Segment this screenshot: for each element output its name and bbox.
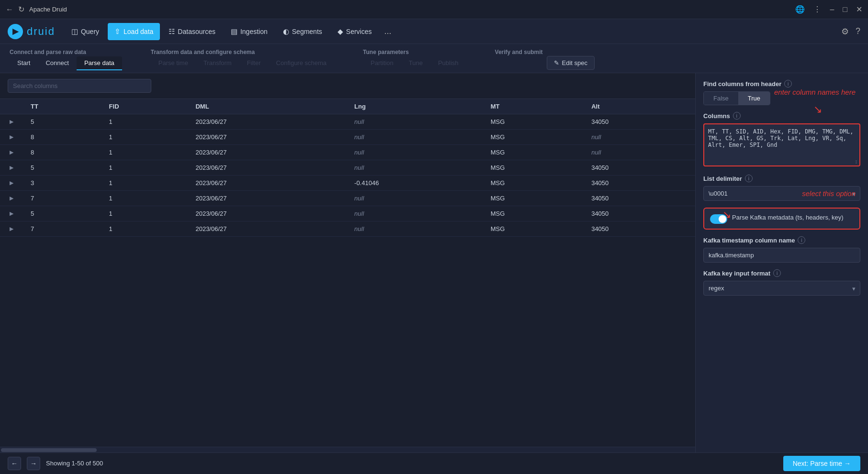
find-columns-info-icon[interactable]: i [784, 80, 792, 88]
row-expand[interactable]: ▶ [0, 160, 23, 176]
row-expand[interactable]: ▶ [0, 114, 23, 130]
nav-right-icons: ⚙ ? [841, 26, 860, 37]
row-expand[interactable]: ▶ [0, 191, 23, 206]
edit-spec-button[interactable]: ✎ Edit spec [547, 56, 595, 70]
maximize-icon[interactable]: □ [843, 5, 847, 14]
cell-tt: 5 [23, 114, 101, 130]
table-row: ▶ 7 1 2023/06/27 null MSG 34050 [0, 191, 695, 206]
find-columns-toggle: False True [703, 91, 770, 105]
cell-tt: 3 [23, 176, 101, 191]
row-expand[interactable]: ▶ [0, 145, 23, 160]
tab-tune[interactable]: Tune [401, 56, 430, 70]
wizard-tabs-tune: Partition Tune Publish [363, 56, 466, 70]
row-expand[interactable]: ▶ [0, 206, 23, 221]
nav-query[interactable]: ◫ Query [65, 23, 106, 40]
kafka-toggle-section: Parse Kafka metadata (ts, headers, key) [703, 208, 860, 230]
kafka-key-info-icon[interactable]: i [773, 269, 781, 277]
cell-fid: 1 [101, 130, 188, 145]
cell-tt: 5 [23, 160, 101, 176]
wizard-group-connect-parse: Connect and parse raw data Start Connect… [10, 49, 122, 71]
kafka-key-select-wrapper: regex [703, 281, 860, 296]
columns-section: Columns i MT, TT, SID, AID, Hex, FID, DM… [703, 112, 860, 168]
table-body: ▶ 5 1 2023/06/27 null MSG 34050 ▶ 8 1 20… [0, 114, 695, 237]
wizard-tabs-connect: Start Connect Parse data [10, 56, 122, 70]
next-step-button[interactable]: Next: Parse time → [783, 456, 860, 471]
cell-tt: 5 [23, 206, 101, 221]
toggle-true[interactable]: True [738, 92, 770, 105]
wizard-bar: Connect and parse raw data Start Connect… [0, 44, 868, 73]
tab-start[interactable]: Start [10, 56, 38, 70]
kafka-timestamp-input[interactable] [703, 248, 860, 263]
list-delimiter-info-icon[interactable]: i [745, 175, 753, 182]
wizard-group-title-tune: Tune parameters [363, 49, 466, 55]
tab-filter[interactable]: Filter [239, 56, 269, 70]
services-icon: ◆ [338, 27, 343, 36]
resize-handle[interactable]: ↕ [855, 158, 857, 165]
menu-icon[interactable]: ⋮ [813, 5, 821, 14]
cell-tt: 7 [23, 191, 101, 206]
table-row: ▶ 3 1 2023/06/27 -0.41046 MSG 34050 [0, 176, 695, 191]
wizard-group-transform: Transform data and configure schema Pars… [151, 49, 334, 71]
ingestion-icon: ▤ [231, 27, 237, 36]
back-icon[interactable]: ← [6, 5, 13, 14]
minimize-icon[interactable]: – [830, 5, 834, 14]
kafka-toggle-slider [710, 214, 727, 224]
list-delimiter-select[interactable]: \u0001 [703, 186, 860, 201]
wizard-group-tune: Tune parameters Partition Tune Publish [363, 49, 466, 71]
bottom-bar: ← → Showing 1-50 of 500 Next: Parse time… [0, 452, 868, 474]
translate-icon[interactable]: 🌐 [795, 5, 805, 14]
tab-parse-data[interactable]: Parse data [77, 56, 122, 70]
row-expand[interactable]: ▶ [0, 130, 23, 145]
prev-page-button[interactable]: ← [8, 457, 21, 470]
nav-services[interactable]: ◆ Services [331, 23, 379, 40]
cell-dml: 2023/06/27 [188, 176, 347, 191]
row-expand[interactable]: ▶ [0, 221, 23, 237]
nav-ingestion[interactable]: ▤ Ingestion [224, 23, 274, 40]
datasources-icon: ☷ [169, 27, 175, 36]
nav-logo-text: druid [27, 25, 55, 38]
cell-dml: 2023/06/27 [188, 221, 347, 237]
nav-datasources[interactable]: ☷ Datasources [162, 23, 222, 40]
cell-fid: 1 [101, 176, 188, 191]
col-header-fid: FID [101, 99, 188, 114]
wizard-header: Connect and parse raw data Start Connect… [10, 44, 858, 73]
tab-connect[interactable]: Connect [38, 56, 76, 70]
cell-dml: 2023/06/27 [188, 206, 347, 221]
columns-info-icon[interactable]: i [733, 112, 741, 120]
tab-publish[interactable]: Publish [430, 56, 466, 70]
col-header-expand [0, 99, 23, 114]
load-data-icon: ⇧ [114, 27, 121, 36]
table-row: ▶ 5 1 2023/06/27 null MSG 34050 [0, 160, 695, 176]
kafka-timestamp-info-icon[interactable]: i [798, 236, 805, 244]
next-page-button[interactable]: → [27, 457, 40, 470]
tab-transform[interactable]: Transform [196, 56, 239, 70]
segments-icon: ◐ [283, 27, 289, 36]
edit-spec-icon: ✎ [554, 59, 559, 66]
kafka-key-section: Kafka key input format i regex [703, 269, 860, 296]
kafka-key-select[interactable]: regex [703, 281, 860, 296]
nav-more[interactable]: ... [381, 24, 395, 38]
close-icon[interactable]: ✕ [856, 5, 862, 14]
data-table: TT FID DML Lng MT Alt ▶ 5 1 2023/06/27 n… [0, 99, 695, 237]
row-expand[interactable]: ▶ [0, 176, 23, 191]
cell-mt: MSG [483, 191, 584, 206]
refresh-icon[interactable]: ↻ [18, 5, 24, 14]
search-bar [0, 73, 695, 99]
nav-segments[interactable]: ◐ Segments [276, 23, 329, 40]
columns-textarea[interactable]: MT, TT, SID, AID, Hex, FID, DMG, TMG, DM… [703, 123, 860, 166]
search-input[interactable] [8, 79, 151, 93]
nav-load-data[interactable]: ⇧ Load data [108, 23, 160, 40]
kafka-toggle-switch[interactable] [710, 214, 727, 224]
cell-lng: null [347, 114, 483, 130]
wizard-group-title-verify: Verify and submit [495, 49, 543, 71]
tab-configure-schema[interactable]: Configure schema [269, 56, 335, 70]
toggle-false[interactable]: False [704, 92, 738, 105]
settings-icon[interactable]: ⚙ [841, 26, 849, 37]
cell-dml: 2023/06/27 [188, 145, 347, 160]
tab-partition[interactable]: Partition [363, 56, 401, 70]
col-header-tt: TT [23, 99, 101, 114]
table-scrollbar-thumb[interactable] [1, 448, 97, 452]
tab-parse-time[interactable]: Parse time [151, 56, 196, 70]
help-icon[interactable]: ? [856, 26, 860, 36]
table-scrollbar[interactable] [0, 447, 695, 452]
